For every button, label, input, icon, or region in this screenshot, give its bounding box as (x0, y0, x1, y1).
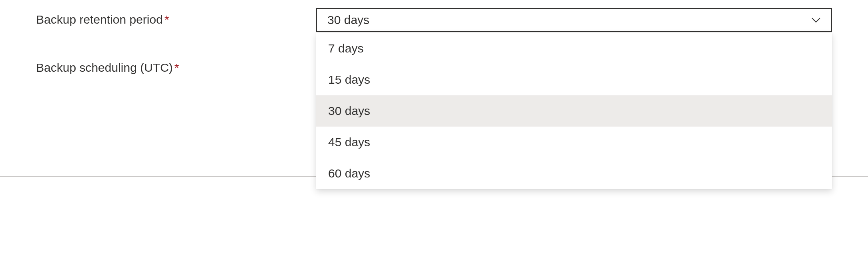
dropdown-option-15-days[interactable]: 15 days (316, 64, 832, 95)
dropdown-selected-value: 30 days (327, 13, 369, 27)
backup-retention-dropdown[interactable]: 30 days (316, 8, 832, 32)
chevron-down-icon (811, 15, 821, 25)
backup-scheduling-label: Backup scheduling (UTC)* (36, 56, 316, 75)
backup-retention-label: Backup retention period* (36, 8, 316, 26)
backup-retention-dropdown-wrapper: 30 days 7 days 15 days 30 days 45 days 6… (316, 8, 832, 32)
dropdown-option-60-days[interactable]: 60 days (316, 158, 832, 189)
label-text: Backup scheduling (UTC) (36, 61, 173, 74)
required-asterisk: * (174, 61, 179, 74)
dropdown-option-7-days[interactable]: 7 days (316, 33, 832, 64)
required-asterisk: * (164, 13, 169, 26)
label-text: Backup retention period (36, 13, 163, 26)
dropdown-option-30-days[interactable]: 30 days (316, 95, 832, 127)
dropdown-option-45-days[interactable]: 45 days (316, 127, 832, 158)
backup-retention-dropdown-list: 7 days 15 days 30 days 45 days 60 days (316, 33, 832, 189)
backup-retention-row: Backup retention period* 30 days 7 days … (36, 8, 832, 32)
form-container: Backup retention period* 30 days 7 days … (0, 0, 868, 75)
